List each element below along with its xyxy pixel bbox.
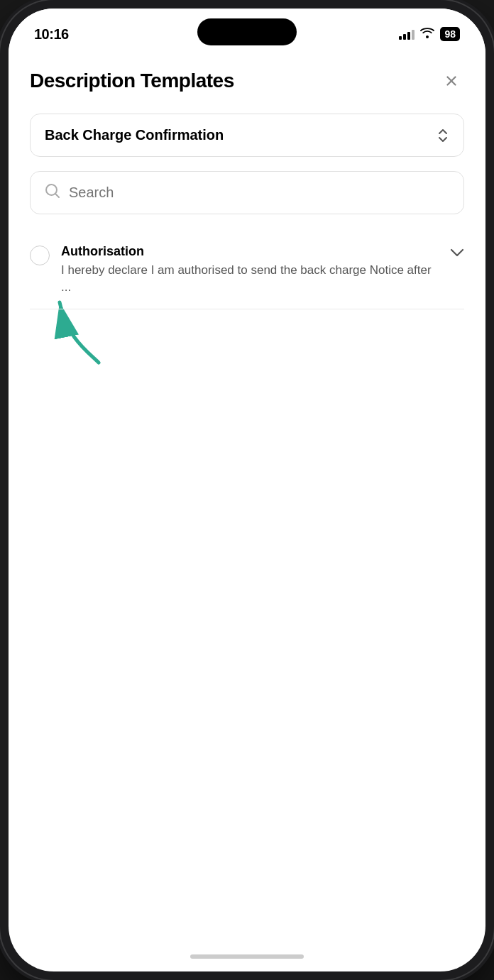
close-icon bbox=[444, 73, 459, 89]
header-row: Description Templates bbox=[30, 68, 464, 94]
phone-screen: 10:16 98 bbox=[9, 9, 485, 971]
dropdown-selected-value: Back Charge Confirmation bbox=[45, 127, 224, 143]
template-text-content: Authorisation I hereby declare I am auth… bbox=[61, 244, 441, 296]
dropdown-chevron-icon bbox=[437, 128, 449, 143]
battery-indicator: 98 bbox=[440, 27, 460, 41]
category-dropdown[interactable]: Back Charge Confirmation bbox=[30, 114, 464, 157]
search-input[interactable] bbox=[69, 185, 449, 201]
main-content: Description Templates Back Charge Confir… bbox=[9, 51, 485, 326]
wifi-icon bbox=[420, 27, 434, 41]
battery-level: 98 bbox=[444, 28, 456, 40]
status-bar: 10:16 98 bbox=[9, 9, 485, 51]
status-icons: 98 bbox=[399, 27, 460, 41]
signal-bar-3 bbox=[407, 32, 410, 40]
signal-bar-4 bbox=[412, 30, 415, 40]
page-title: Description Templates bbox=[30, 70, 234, 92]
template-list-container: Authorisation I hereby declare I am auth… bbox=[30, 231, 464, 309]
dynamic-island bbox=[197, 18, 297, 45]
template-title: Authorisation bbox=[61, 244, 441, 259]
expand-template-button[interactable] bbox=[450, 246, 464, 262]
signal-icon bbox=[399, 28, 415, 40]
search-bar[interactable] bbox=[30, 171, 464, 214]
signal-bar-2 bbox=[403, 34, 406, 40]
template-preview: I hereby declare I am authorised to send… bbox=[61, 262, 441, 296]
signal-bar-1 bbox=[399, 36, 402, 40]
search-icon bbox=[45, 183, 60, 202]
home-indicator bbox=[190, 954, 304, 959]
template-item[interactable]: Authorisation I hereby declare I am auth… bbox=[30, 231, 464, 309]
status-time: 10:16 bbox=[34, 26, 69, 43]
close-button[interactable] bbox=[439, 68, 464, 94]
template-radio-button[interactable] bbox=[30, 246, 50, 265]
phone-frame: 10:16 98 bbox=[0, 0, 494, 980]
